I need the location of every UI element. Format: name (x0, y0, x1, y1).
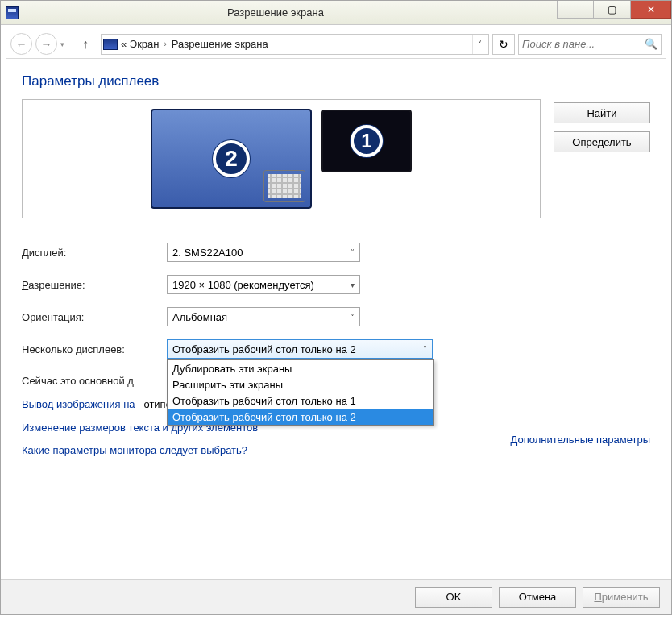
label-multiple: Несколько дисплеев: (22, 343, 167, 355)
keyboard-icon (263, 170, 305, 202)
minimize-button[interactable]: ─ (557, 1, 594, 19)
label-display: Дисплей: (22, 247, 167, 259)
breadcrumb-arrow-icon: › (164, 39, 167, 48)
display-select[interactable]: 2. SMS22A100 ˅ (167, 243, 360, 262)
app-icon (6, 6, 19, 19)
search-icon: 🔍 (645, 38, 657, 50)
dropdown-option[interactable]: Расширить эти экраны (168, 376, 433, 393)
monitor-2[interactable]: 2 (151, 109, 312, 209)
search-input[interactable] (522, 38, 645, 50)
help-link[interactable]: Какие параметры монитора следует выбрать… (22, 444, 247, 456)
breadcrumb-seg-1[interactable]: « Экран (121, 38, 160, 50)
chevron-down-icon: ˅ (351, 248, 355, 257)
display-select-value: 2. SMS22A100 (172, 247, 243, 259)
resolution-select[interactable]: 1920 × 1080 (рекомендуется) ▾ (167, 275, 360, 294)
multiple-displays-dropdown: Дублировать эти экраны Расширить эти экр… (167, 359, 434, 426)
identify-button[interactable]: Определить (554, 131, 650, 152)
side-buttons: Найти Определить (554, 102, 650, 152)
chevron-down-icon: ˅ (423, 345, 427, 354)
forward-button[interactable]: → (35, 33, 57, 55)
advanced-settings-link[interactable]: Дополнительные параметры (510, 434, 650, 446)
detect-button[interactable]: Найти (554, 102, 650, 123)
footer: OK Отмена Применить (1, 579, 671, 614)
dropdown-option[interactable]: Отобразить рабочий стол только на 1 (168, 393, 433, 409)
addressbar-icon (103, 39, 118, 50)
monitor-1-badge: 1 (351, 125, 383, 157)
row-orientation: Ориентация: Альбомная ˅ (22, 301, 650, 333)
display-preview[interactable]: 2 1 (22, 99, 541, 218)
row-display: Дисплей: 2. SMS22A100 ˅ (22, 236, 650, 268)
resolution-select-value: 1920 × 1080 (рекомендуется) (172, 279, 314, 291)
apply-button[interactable]: Применить (583, 587, 660, 608)
project-text-tail (138, 398, 141, 410)
refresh-button[interactable]: ↻ (492, 34, 515, 55)
dropdown-option-selected[interactable]: Отобразить рабочий стол только на 2 (168, 409, 433, 425)
row-resolution: Разрешение: 1920 × 1080 (рекомендуется) … (22, 268, 650, 301)
address-bar[interactable]: « Экран › Разрешение экрана ˅ (101, 34, 489, 55)
back-button[interactable]: ← (10, 33, 32, 55)
content: Параметры дисплеев 2 1 Найти Определить … (1, 59, 671, 579)
chevron-down-icon: ˅ (351, 313, 355, 322)
address-dropdown-icon[interactable]: ˅ (472, 35, 487, 54)
maximize-button[interactable]: ▢ (594, 1, 631, 19)
orientation-select-value: Альбомная (172, 311, 227, 323)
settings-form: Дисплей: 2. SMS22A100 ˅ Разрешение: 1920… (22, 236, 650, 365)
display-preview-row: 2 1 Найти Определить (22, 99, 650, 218)
close-button[interactable]: ✕ (631, 1, 671, 19)
cancel-button[interactable]: Отмена (499, 587, 576, 608)
label-orientation: Ориентация: (22, 311, 167, 323)
search-box[interactable]: 🔍 (518, 34, 662, 55)
monitor-1[interactable]: 1 (321, 110, 412, 172)
orientation-select[interactable]: Альбомная ˅ (167, 307, 360, 326)
multiple-displays-value: Отобразить рабочий стол только на 2 (172, 343, 356, 355)
window-buttons: ─ ▢ ✕ (557, 1, 671, 24)
multiple-displays-select[interactable]: Отобразить рабочий стол только на 2 ˅ Ду… (167, 339, 433, 359)
history-dropdown-icon[interactable]: ▾ (60, 40, 70, 48)
label-resolution: Разрешение: (22, 279, 167, 291)
toolbar: ← → ▾ ↑ « Экран › Разрешение экрана ˅ ↻ … (6, 30, 666, 59)
page-title: Параметры дисплеев (22, 73, 650, 89)
row-multiple: Несколько дисплеев: Отобразить рабочий с… (22, 333, 650, 365)
breadcrumb-seg-2[interactable]: Разрешение экрана (172, 38, 268, 50)
monitor-2-badge: 2 (213, 140, 250, 177)
window: Разрешение экрана ─ ▢ ✕ ← → ▾ ↑ « Экран … (0, 0, 672, 615)
project-link[interactable]: Вывод изображения на (22, 398, 135, 410)
window-title: Разрешение экрана (0, 6, 557, 19)
chevron-down-icon: ▾ (351, 280, 355, 289)
titlebar: Разрешение экрана ─ ▢ ✕ (1, 1, 671, 25)
dropdown-option[interactable]: Дублировать эти экраны (168, 360, 433, 376)
up-button[interactable]: ↑ (77, 35, 94, 53)
ok-button[interactable]: OK (415, 587, 492, 608)
